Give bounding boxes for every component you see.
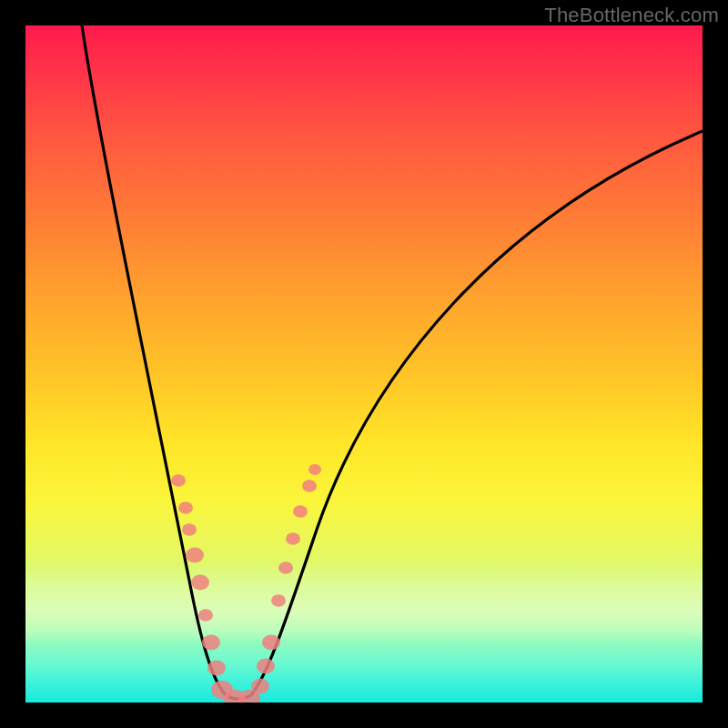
scatter-marker <box>251 679 269 694</box>
scatter-marker <box>257 659 275 674</box>
curve-path <box>82 25 703 699</box>
scatter-marker <box>271 594 286 607</box>
bottleneck-curve <box>25 25 703 703</box>
scatter-marker <box>186 548 204 563</box>
watermark-text: TheBottleneck.com <box>544 4 719 27</box>
scatter-marker <box>182 523 197 536</box>
scatter-marker <box>308 464 321 475</box>
scatter-marker <box>207 661 226 676</box>
scatter-marker <box>293 505 308 518</box>
scatter-marker <box>198 609 213 622</box>
scatter-marker <box>202 635 220 651</box>
scatter-marker <box>278 561 293 574</box>
scatter-marker <box>178 501 193 514</box>
scatter-marker <box>286 532 300 545</box>
scatter-marker <box>262 635 280 651</box>
plot-area <box>25 25 703 703</box>
scatter-marker <box>191 575 209 591</box>
chart-frame: TheBottleneck.com <box>0 0 728 728</box>
scatter-marker <box>171 474 186 487</box>
scatter-marker <box>302 480 317 492</box>
